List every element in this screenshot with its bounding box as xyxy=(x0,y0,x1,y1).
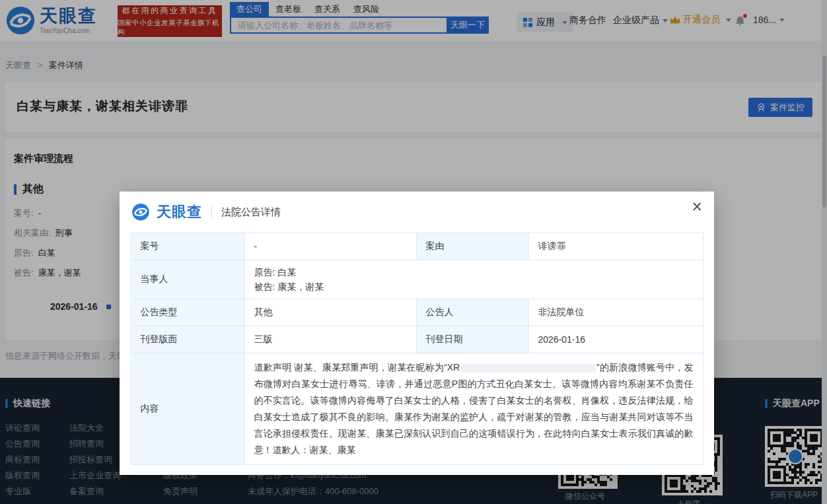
party-value: 原告: 白某 被告: 康某，谢某 xyxy=(244,260,703,299)
content-text-prefix: 道歉声明 谢某、康某郑重声明，谢某在昵称为“XR xyxy=(254,362,460,373)
announcement-type-label: 公告类型 xyxy=(131,299,244,326)
announcement-table: 案号 - 案由 诽谤罪 当事人 原告: 白某 被告: 康某，谢某 公告类型 其他… xyxy=(131,233,703,465)
party-defendant: 被告: 康某，谢某 xyxy=(254,279,694,294)
content-value: 道歉声明 谢某、康某郑重声明，谢某在昵称为“XR”的新浪微博账号中，发布微博对白… xyxy=(244,353,703,465)
table-row: 公告类型 其他 公告人 非法院单位 xyxy=(131,299,703,326)
modal-header: 天眼查 法院公告详情 × xyxy=(120,192,714,233)
divider xyxy=(211,206,212,218)
redacted-content-block xyxy=(460,364,596,373)
case-number-value: - xyxy=(244,233,416,260)
modal-title: 法院公告详情 xyxy=(221,206,281,219)
tianyancha-eye-icon xyxy=(131,203,150,221)
announcement-type-value: 其他 xyxy=(244,299,416,326)
publish-date-label: 刊登日期 xyxy=(416,326,528,353)
cause-label: 案由 xyxy=(416,233,528,260)
modal-brand-name: 天眼查 xyxy=(157,202,202,222)
publish-page-value: 三版 xyxy=(244,326,416,353)
table-row: 内容 道歉声明 谢某、康某郑重声明，谢某在昵称为“XR”的新浪微博账号中，发布微… xyxy=(131,353,703,465)
case-number-label: 案号 xyxy=(131,233,244,260)
screen: 天眼查 TianYanCha.com 都在用的商业查询工具 国家中小企业发展子基… xyxy=(0,0,827,504)
table-row: 刊登版面 三版 刊登日期 2026-01-16 xyxy=(131,326,703,353)
close-icon[interactable]: × xyxy=(692,198,702,216)
announcer-label: 公告人 xyxy=(416,299,528,326)
announcer-value: 非法院单位 xyxy=(528,299,703,326)
court-announcement-modal: 天眼查 法院公告详情 × 案号 - 案由 诽谤罪 当事人 原告: 白某 被告: … xyxy=(120,192,714,475)
party-label: 当事人 xyxy=(131,260,244,299)
content-text-suffix: ”的新浪微博账号中，发布微博对白某女士进行辱骂、诽谤，并通过恶意P图的方式丑化白… xyxy=(254,362,694,455)
table-row: 案号 - 案由 诽谤罪 xyxy=(131,233,703,260)
party-plaintiff: 原告: 白某 xyxy=(254,265,694,279)
content-label: 内容 xyxy=(131,353,244,465)
publish-page-label: 刊登版面 xyxy=(131,326,244,353)
publish-date-value: 2026-01-16 xyxy=(528,326,703,353)
table-row: 当事人 原告: 白某 被告: 康某，谢某 xyxy=(131,260,703,299)
cause-value: 诽谤罪 xyxy=(528,233,703,260)
